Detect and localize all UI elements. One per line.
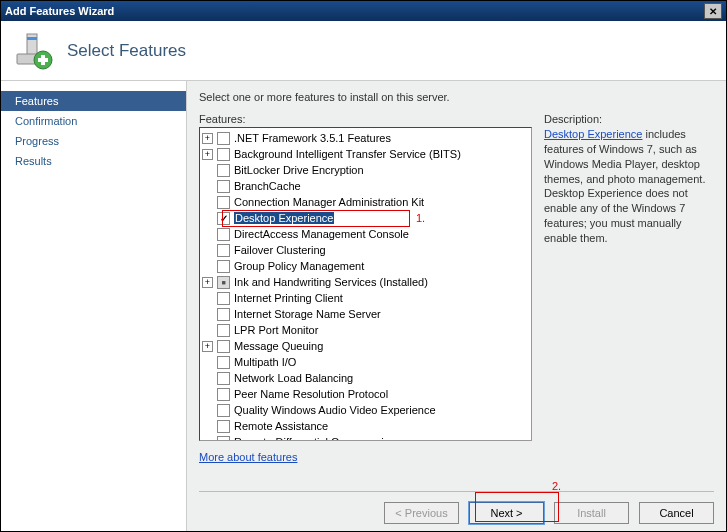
- feature-checkbox[interactable]: [217, 388, 230, 401]
- description-label: Description:: [544, 113, 714, 125]
- close-button[interactable]: ✕: [704, 3, 722, 19]
- feature-row[interactable]: BranchCache: [202, 178, 529, 194]
- next-button[interactable]: Next >: [469, 502, 544, 524]
- feature-row[interactable]: Connection Manager Administration Kit: [202, 194, 529, 210]
- feature-row[interactable]: Failover Clustering: [202, 242, 529, 258]
- description-text: Desktop Experience includes features of …: [544, 127, 714, 246]
- feature-checkbox[interactable]: [217, 164, 230, 177]
- feature-checkbox[interactable]: [217, 308, 230, 321]
- main-panel: Select one or more features to install o…: [186, 81, 726, 532]
- feature-row[interactable]: Desktop Experience: [202, 210, 529, 226]
- feature-checkbox[interactable]: [217, 436, 230, 442]
- feature-row[interactable]: +.NET Framework 3.5.1 Features: [202, 130, 529, 146]
- svg-rect-1: [27, 37, 37, 40]
- features-tree[interactable]: +.NET Framework 3.5.1 Features+Backgroun…: [199, 127, 532, 441]
- instruction-text: Select one or more features to install o…: [199, 91, 714, 103]
- feature-label[interactable]: Remote Assistance: [234, 420, 328, 432]
- feature-checkbox[interactable]: [217, 244, 230, 257]
- feature-label[interactable]: Remote Differential Compression: [234, 436, 396, 441]
- feature-label[interactable]: Multipath I/O: [234, 356, 296, 368]
- sidebar-item-features[interactable]: Features: [1, 91, 186, 111]
- feature-label[interactable]: Internet Printing Client: [234, 292, 343, 304]
- sidebar-item-confirmation[interactable]: Confirmation: [1, 111, 186, 131]
- feature-checkbox[interactable]: [217, 148, 230, 161]
- feature-row[interactable]: +Message Queuing: [202, 338, 529, 354]
- feature-label[interactable]: BranchCache: [234, 180, 301, 192]
- feature-checkbox[interactable]: [217, 404, 230, 417]
- feature-checkbox[interactable]: [217, 132, 230, 145]
- feature-row[interactable]: Internet Printing Client: [202, 290, 529, 306]
- more-about-features-link[interactable]: More about features: [199, 451, 532, 463]
- wizard-sidebar: FeaturesConfirmationProgressResults: [1, 81, 186, 532]
- feature-row[interactable]: +Background Intelligent Transfer Service…: [202, 146, 529, 162]
- feature-label[interactable]: Internet Storage Name Server: [234, 308, 381, 320]
- feature-checkbox[interactable]: [217, 260, 230, 273]
- feature-row[interactable]: Quality Windows Audio Video Experience: [202, 402, 529, 418]
- feature-checkbox[interactable]: [217, 196, 230, 209]
- wizard-header: Select Features: [1, 21, 726, 81]
- feature-checkbox[interactable]: [217, 420, 230, 433]
- expand-icon[interactable]: +: [202, 133, 213, 144]
- feature-label[interactable]: DirectAccess Management Console: [234, 228, 409, 240]
- feature-row[interactable]: Group Policy Management: [202, 258, 529, 274]
- wizard-buttons: < Previous Next > Install Cancel: [199, 491, 714, 524]
- feature-checkbox[interactable]: [217, 340, 230, 353]
- feature-label[interactable]: Connection Manager Administration Kit: [234, 196, 424, 208]
- feature-checkbox[interactable]: [217, 212, 230, 225]
- feature-checkbox[interactable]: [217, 180, 230, 193]
- expand-icon[interactable]: +: [202, 277, 213, 288]
- feature-label[interactable]: Peer Name Resolution Protocol: [234, 388, 388, 400]
- page-title: Select Features: [67, 41, 186, 61]
- sidebar-item-progress[interactable]: Progress: [1, 131, 186, 151]
- feature-row[interactable]: Multipath I/O: [202, 354, 529, 370]
- description-link[interactable]: Desktop Experience: [544, 128, 642, 140]
- feature-label[interactable]: Background Intelligent Transfer Service …: [234, 148, 461, 160]
- feature-label[interactable]: Ink and Handwriting Services (Installed): [234, 276, 428, 288]
- feature-label[interactable]: LPR Port Monitor: [234, 324, 318, 336]
- feature-row[interactable]: +Ink and Handwriting Services (Installed…: [202, 274, 529, 290]
- sidebar-item-results[interactable]: Results: [1, 151, 186, 171]
- feature-checkbox[interactable]: [217, 276, 230, 289]
- feature-checkbox[interactable]: [217, 324, 230, 337]
- feature-label[interactable]: Desktop Experience: [234, 212, 334, 224]
- feature-label[interactable]: BitLocker Drive Encryption: [234, 164, 364, 176]
- expand-icon[interactable]: +: [202, 341, 213, 352]
- feature-label[interactable]: Quality Windows Audio Video Experience: [234, 404, 436, 416]
- description-body: includes features of Windows 7, such as …: [544, 128, 705, 244]
- feature-checkbox[interactable]: [217, 372, 230, 385]
- feature-checkbox[interactable]: [217, 292, 230, 305]
- feature-row[interactable]: Remote Assistance: [202, 418, 529, 434]
- feature-row[interactable]: DirectAccess Management Console: [202, 226, 529, 242]
- feature-label[interactable]: Failover Clustering: [234, 244, 326, 256]
- feature-label[interactable]: Group Policy Management: [234, 260, 364, 272]
- feature-row[interactable]: LPR Port Monitor: [202, 322, 529, 338]
- expand-icon[interactable]: +: [202, 149, 213, 160]
- feature-row[interactable]: Remote Differential Compression: [202, 434, 529, 441]
- feature-checkbox[interactable]: [217, 356, 230, 369]
- feature-row[interactable]: BitLocker Drive Encryption: [202, 162, 529, 178]
- feature-row[interactable]: Internet Storage Name Server: [202, 306, 529, 322]
- feature-label[interactable]: .NET Framework 3.5.1 Features: [234, 132, 391, 144]
- feature-checkbox[interactable]: [217, 228, 230, 241]
- server-icon: [13, 30, 55, 72]
- feature-row[interactable]: Network Load Balancing: [202, 370, 529, 386]
- svg-rect-5: [38, 58, 48, 62]
- window-title: Add Features Wizard: [5, 5, 704, 17]
- install-button[interactable]: Install: [554, 502, 629, 524]
- features-label: Features:: [199, 113, 532, 125]
- feature-label[interactable]: Network Load Balancing: [234, 372, 353, 384]
- previous-button[interactable]: < Previous: [384, 502, 459, 524]
- cancel-button[interactable]: Cancel: [639, 502, 714, 524]
- feature-label[interactable]: Message Queuing: [234, 340, 323, 352]
- feature-row[interactable]: Peer Name Resolution Protocol: [202, 386, 529, 402]
- titlebar: Add Features Wizard ✕: [1, 1, 726, 21]
